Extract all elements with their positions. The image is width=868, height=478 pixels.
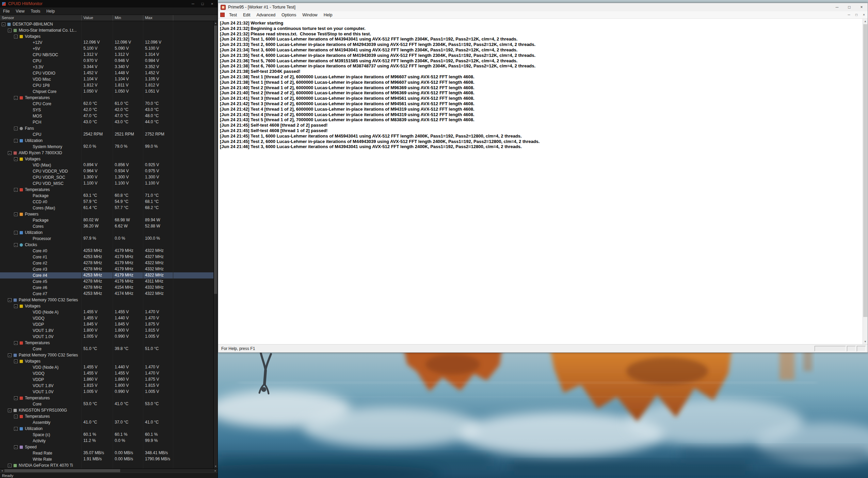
expand-toggle[interactable] [14,341,18,345]
expand-toggle[interactable] [14,396,18,400]
sensor-row[interactable]: Read Rate 35.07 MB/s 0.00 MB/s 348.41 MB… [0,450,213,456]
menu-window[interactable]: Window [299,13,320,17]
expand-toggle[interactable] [14,127,18,130]
sensor-row[interactable]: Core #2 4278 MHz 4179 MHz 4322 MHz [0,260,213,266]
sensor-row[interactable]: Package 80.02 W 68.98 W 89.94 W [0,217,213,223]
sensor-row[interactable]: Core #0 4253 MHz 4179 MHz 4322 MHz [0,248,213,254]
sensor-row[interactable]: VOUT 1.0V 1.005 V 0.990 V 1.005 V [0,334,213,340]
sensor-row[interactable]: AMD Ryzen 7 7800X3D [0,150,213,156]
column-header-value[interactable]: Value [82,15,113,21]
sensor-row[interactable]: Temperatures [0,395,213,401]
sensor-row[interactable]: Assembly 41.0 °C 37.0 °C 41.0 °C [0,419,213,426]
sensor-row[interactable]: CPU 2542 RPM 2521 RPM 2752 RPM [0,131,213,138]
sensor-row[interactable]: Core #3 4278 MHz 4179 MHz 4332 MHz [0,266,213,272]
sensor-row[interactable]: DESKTOP-8BHLMCN [0,21,213,27]
sensor-row[interactable]: VDD Misc 1.104 V 1.104 V 1.105 V [0,76,213,82]
sensor-row[interactable]: CPU Core 62.0 °C 61.0 °C 70.0 °C [0,101,213,107]
sensor-row[interactable]: Temperatures [0,187,213,193]
sensor-row[interactable]: Chipset Core 1.050 V 1.050 V 1.051 V [0,89,213,95]
expand-toggle[interactable] [14,157,18,161]
sensor-row[interactable]: CPU VDDIO 1.452 V 1.448 V 1.452 V [0,70,213,76]
mdi-restore-icon[interactable]: □ [853,12,860,18]
column-header-sensor[interactable]: Sensor [0,15,82,21]
sensor-row[interactable]: Temperatures [0,340,213,346]
expand-toggle[interactable] [14,212,18,216]
sensor-row[interactable]: VOUT 1.8V 1.800 V 1.800 V 1.815 V [0,328,213,334]
sensor-row[interactable]: Patriot Memory 7000 C32 Series [0,297,213,303]
sensor-row[interactable]: Core #5 4278 MHz 4176 MHz 4311 MHz [0,278,213,285]
sensor-row[interactable]: +12V 12.096 V 12.096 V 12.096 V [0,39,213,46]
sensor-row[interactable]: System Memory 92.0 % 79.0 % 99.0 % [0,144,213,150]
menu-test[interactable]: Test [226,13,240,17]
scroll-right-icon[interactable]: ► [213,469,218,473]
sensor-row[interactable]: Cores (Max) 61.4 °C 57.7 °C 68.2 °C [0,205,213,211]
sensor-row[interactable]: Patriot Memory 7000 C32 Series [0,352,213,358]
sensor-row[interactable]: CCD #0 57.9 °C 54.9 °C 68.1 °C [0,199,213,205]
expand-toggle[interactable] [14,231,18,235]
expand-toggle[interactable] [14,445,18,449]
sensor-row[interactable]: Package 63.1 °C 60.8 °C 71.0 °C [0,193,213,199]
sensor-row[interactable]: VDDQ 1.455 V 1.440 V 1.470 V [0,315,213,321]
sensor-row[interactable]: Utilization [0,229,213,236]
hwmonitor-titlebar[interactable]: CPUID HWMonitor ─ □ × [0,0,218,7]
menu-view[interactable]: View [13,9,28,14]
expand-toggle[interactable] [8,464,12,467]
menu-help[interactable]: Help [321,13,336,17]
sensor-row[interactable]: Voltages [0,33,213,39]
menu-tools[interactable]: Tools [28,9,43,14]
sensor-row[interactable]: Cores 36.20 W 6.62 W 52.88 W [0,223,213,229]
scroll-down-icon[interactable]: ▼ [863,339,868,344]
expand-toggle[interactable] [8,151,12,155]
minimize-icon[interactable]: ─ [188,1,198,7]
hwmonitor-vertical-scrollbar[interactable]: ▲ ▼ [213,21,218,468]
column-header-min[interactable]: Min [113,15,143,21]
sensor-row[interactable]: +5V 5.100 V 5.090 V 5.100 V [0,46,213,52]
expand-toggle[interactable] [14,415,18,418]
sensor-row[interactable]: Core #4 4253 MHz 4179 MHz 4322 MHz [0,272,213,278]
sensor-row[interactable]: Temperatures [0,413,213,419]
sensor-row[interactable]: Core #7 4253 MHz 4174 MHz 4322 MHz [0,291,213,297]
menu-help[interactable]: Help [43,9,58,14]
expand-toggle[interactable] [14,360,18,363]
expand-toggle[interactable] [2,22,5,26]
sensor-row[interactable]: Utilization [0,138,213,144]
hwmonitor-horizontal-scrollbar[interactable]: ◄ ► [0,468,218,473]
close-icon[interactable]: × [855,3,868,11]
sensor-row[interactable]: Write Rate 1.91 MB/s 0.00 MB/s 1790.96 M… [0,456,213,462]
scroll-down-icon[interactable]: ▼ [214,464,218,468]
sensor-row[interactable]: Voltages [0,156,213,162]
menu-options[interactable]: Options [278,13,299,17]
expand-toggle[interactable] [14,243,18,247]
sensor-row[interactable]: NVIDIA GeForce RTX 4070 Ti [0,462,213,468]
menu-file[interactable]: File [0,9,13,14]
prime95-titlebar[interactable]: Prime95 - [Worker #1 - Torture Test] ─ □… [218,3,868,11]
sensor-row[interactable]: Utilization [0,426,213,432]
column-header-max[interactable]: Max [143,15,173,21]
sensor-row[interactable]: CPU 1P8 1.812 V 1.811 V 1.812 V [0,82,213,89]
expand-toggle[interactable] [8,353,12,357]
sensor-row[interactable]: Core #6 4278 MHz 4154 MHz 4332 MHz [0,285,213,291]
sensor-row[interactable]: Micro-Star International Co. Lt... [0,27,213,33]
sensor-row[interactable]: SYS 42.0 °C 42.0 °C 43.0 °C [0,107,213,113]
expand-toggle[interactable] [8,409,12,412]
sensor-row[interactable]: Core 51.0 °C 39.8 °C 51.0 °C [0,346,213,352]
close-icon[interactable]: × [207,1,217,7]
sensor-row[interactable]: CPU NB/SOC 1.312 V 1.312 V 1.314 V [0,52,213,58]
minimize-icon[interactable]: ─ [831,3,843,11]
maximize-icon[interactable]: □ [843,3,855,11]
sensor-row[interactable]: PCH 43.0 °C 43.0 °C 44.0 °C [0,119,213,125]
scroll-left-icon[interactable]: ◄ [0,469,4,473]
sensor-row[interactable]: VDD (Node A) 1.455 V 1.455 V 1.470 V [0,309,213,315]
sensor-row[interactable]: CPU VDDCR_VDD 0.964 V 0.934 V 0.975 V [0,168,213,174]
expand-toggle[interactable] [14,96,18,100]
expand-toggle[interactable] [14,139,18,143]
scroll-up-icon[interactable]: ▲ [214,21,218,25]
sensor-row[interactable]: VDDP 1.845 V 1.845 V 1.875 V [0,321,213,328]
scroll-up-icon[interactable]: ▲ [863,19,868,24]
expand-toggle[interactable] [14,427,18,431]
sensor-row[interactable]: CPU VDD_MISC 1.100 V 1.100 V 1.100 V [0,180,213,187]
scrollbar-thumb[interactable] [863,24,867,317]
sensor-row[interactable]: Processor 97.9 % 0.0 % 100.0 % [0,236,213,242]
sensor-row[interactable]: Space (c) 60.1 % 60.1 % 60.1 % [0,432,213,438]
sensor-row[interactable]: Activity 11.2 % 0.0 % 99.9 % [0,438,213,444]
